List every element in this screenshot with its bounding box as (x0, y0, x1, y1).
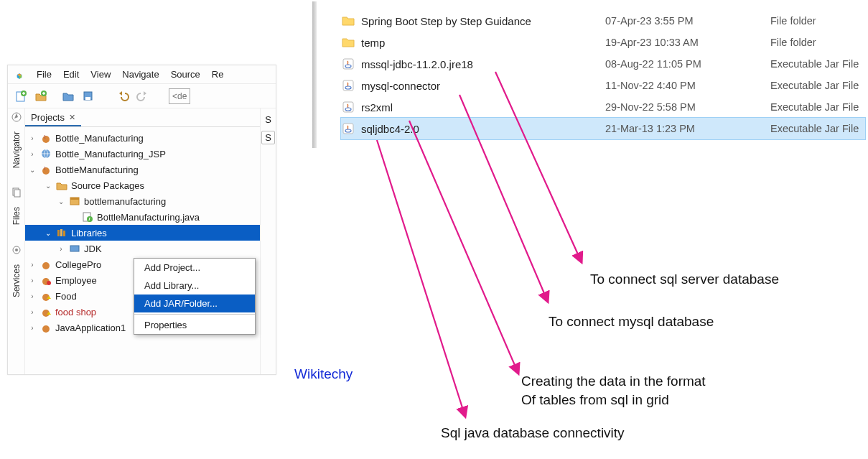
ctx-add-project[interactable]: Add Project... (134, 259, 255, 277)
annotation-sqljdbc: Sql java database connectivity (441, 425, 625, 441)
svg-line-44 (377, 140, 465, 417)
ctx-add-jar-folder[interactable]: Add JAR/Folder... (134, 295, 255, 312)
annotation-mysql: To connect mysql database (549, 314, 714, 330)
annotation-rs2xml-b: Of tables from sql in grid (521, 392, 669, 408)
ctx-separator (134, 314, 255, 315)
svg-line-41 (495, 72, 582, 262)
ctx-add-library[interactable]: Add Library... (134, 277, 255, 295)
annotation-rs2xml-a: Creating the data in the format (521, 374, 706, 389)
annotation-arrows (0, 0, 868, 459)
ctx-properties[interactable]: Properties (134, 316, 255, 334)
svg-line-43 (409, 121, 518, 374)
svg-line-42 (459, 95, 548, 302)
wikitechy-watermark: Wikitechy (294, 366, 353, 382)
annotation-sql-server: To connect sql server database (590, 272, 779, 287)
context-menu: Add Project... Add Library... Add JAR/Fo… (134, 258, 256, 335)
